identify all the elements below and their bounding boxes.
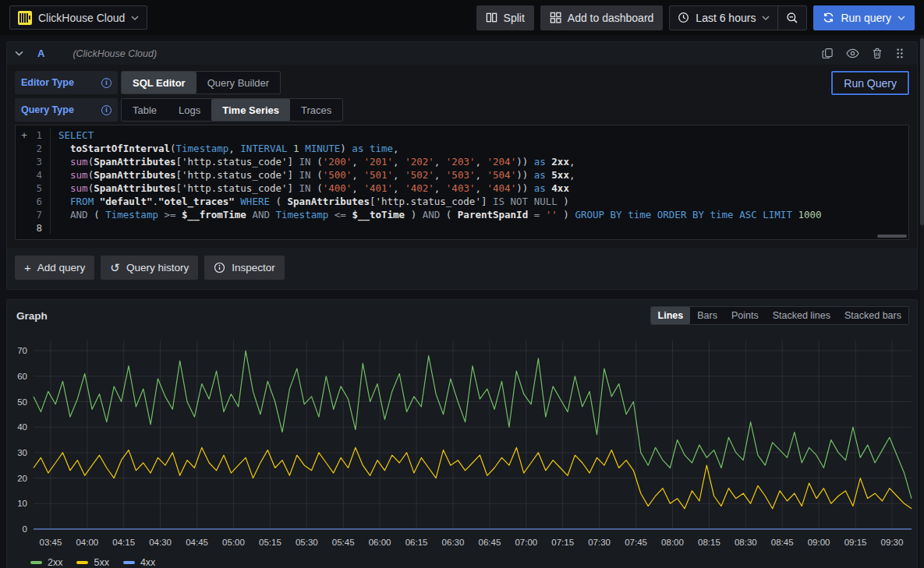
chevron-down-icon — [131, 16, 139, 20]
inspector-info-icon — [214, 262, 225, 273]
code-text: FROM "default"."otel_traces" WHERE ( Spa… — [50, 195, 569, 208]
svg-text:05:45: 05:45 — [332, 538, 355, 547]
glyph-margin — [16, 182, 33, 195]
chevron-down-icon — [897, 16, 905, 20]
datasource-picker[interactable]: ClickHouse Cloud — [9, 5, 147, 30]
editor-scrollbar[interactable] — [877, 235, 907, 238]
graph-style-option-points[interactable]: Points — [724, 307, 766, 324]
series-2xx — [34, 351, 912, 499]
svg-text:20: 20 — [17, 474, 27, 483]
query-type-option-table[interactable]: Table — [122, 99, 168, 121]
run-query-button[interactable]: Run query — [813, 5, 915, 30]
clickhouse-logo-icon — [18, 11, 32, 25]
hide-response-eye-icon[interactable] — [846, 48, 859, 58]
duplicate-query-icon[interactable] — [822, 48, 834, 59]
glyph-margin — [16, 155, 33, 168]
line-number: 7 — [33, 208, 50, 221]
query-history-button[interactable]: ↺ Query history — [101, 256, 198, 280]
query-type-option-traces[interactable]: Traces — [290, 99, 342, 121]
time-range-picker[interactable]: Last 6 hours — [670, 6, 777, 30]
svg-text:10: 10 — [17, 499, 27, 508]
svg-text:06:45: 06:45 — [479, 538, 501, 547]
line-number: 5 — [33, 182, 50, 195]
svg-text:05:15: 05:15 — [259, 538, 281, 547]
sql-line-4[interactable]: 4 sum(SpanAttributes['http.status_code']… — [16, 168, 908, 182]
svg-text:09:30: 09:30 — [881, 538, 904, 547]
add-query-button[interactable]: + Add query — [15, 256, 94, 280]
sql-line-7[interactable]: 7 AND ( Timestamp >= $__fromTime AND Tim… — [16, 208, 908, 221]
clock-icon — [678, 12, 689, 23]
legend-label: 2xx — [48, 557, 62, 568]
run-query-editor-button[interactable]: Run Query — [831, 71, 909, 95]
svg-text:08:45: 08:45 — [771, 538, 794, 547]
graph-style-option-lines[interactable]: Lines — [651, 307, 691, 324]
info-icon[interactable]: i — [101, 105, 112, 115]
zoom-out-icon — [786, 12, 798, 24]
legend-item-5xx[interactable]: 5xx — [76, 557, 108, 568]
editor-type-group: SQL EditorQuery Builder — [121, 71, 281, 94]
sql-line-1[interactable]: +1SELECT — [16, 129, 908, 142]
legend-label: 4xx — [140, 557, 155, 568]
query-type-option-logs[interactable]: Logs — [168, 99, 211, 121]
svg-text:04:15: 04:15 — [112, 538, 135, 547]
plus-icon: + — [24, 262, 31, 273]
query-ref-id: A — [37, 48, 44, 59]
code-text: SELECT — [50, 129, 94, 142]
svg-text:03:45: 03:45 — [40, 538, 62, 547]
editor-type-label: Editor Type i — [15, 71, 118, 94]
time-series-chart[interactable]: 01020304050607003:4504:0004:1504:3004:45… — [7, 330, 917, 557]
code-text: toStartOfInterval(Timestamp, INTERVAL 1 … — [50, 142, 399, 155]
query-datasource-hint: (ClickHouse Cloud) — [73, 48, 157, 59]
sql-line-6[interactable]: 6 FROM "default"."otel_traces" WHERE ( S… — [16, 195, 908, 208]
graph-style-group: LinesBarsPointsStacked linesStacked bars — [650, 306, 909, 325]
graph-panel: Graph LinesBarsPointsStacked linesStacke… — [6, 299, 918, 568]
time-controls: Last 6 hours — [669, 5, 807, 30]
chevron-down-icon — [762, 16, 770, 20]
topbar: ClickHouse Cloud Split Add to dashboard … — [0, 0, 924, 35]
remove-query-trash-icon[interactable] — [872, 48, 883, 59]
query-actions-bar: + Add query ↺ Query history Inspector — [7, 248, 917, 289]
query-type-option-time-series[interactable]: Time Series — [211, 99, 290, 121]
legend-label: 5xx — [94, 557, 108, 568]
code-text — [50, 221, 65, 235]
graph-style-option-bars[interactable]: Bars — [690, 307, 724, 324]
query-type-label: Query Type i — [15, 98, 118, 122]
query-row-header[interactable]: A (ClickHouse Cloud) — [7, 42, 917, 65]
legend-item-2xx[interactable]: 2xx — [30, 557, 62, 568]
sql-line-5[interactable]: 5 sum(SpanAttributes['http.status_code']… — [16, 182, 908, 195]
graph-panel-title: Graph — [16, 310, 48, 322]
legend-item-4xx[interactable]: 4xx — [123, 557, 155, 568]
svg-text:08:15: 08:15 — [698, 538, 720, 547]
line-number: 8 — [33, 221, 50, 235]
sql-line-2[interactable]: 2 toStartOfInterval(Timestamp, INTERVAL … — [16, 142, 908, 155]
drag-handle-icon[interactable] — [895, 48, 905, 59]
graph-style-option-stacked-lines[interactable]: Stacked lines — [766, 307, 837, 324]
zoom-out-button[interactable] — [777, 6, 806, 30]
sql-line-3[interactable]: 3 sum(SpanAttributes['http.status_code']… — [16, 155, 908, 168]
page-scrollbar[interactable] — [920, 35, 924, 568]
refresh-icon — [823, 12, 834, 23]
editor-type-option-sql-editor[interactable]: SQL Editor — [122, 72, 196, 93]
inspector-button[interactable]: Inspector — [204, 256, 285, 280]
line-number: 2 — [33, 142, 50, 155]
svg-text:07:45: 07:45 — [625, 538, 647, 547]
svg-text:04:45: 04:45 — [186, 538, 208, 547]
svg-text:05:30: 05:30 — [296, 538, 318, 547]
legend-swatch-4xx — [123, 561, 135, 564]
svg-text:07:30: 07:30 — [588, 538, 611, 547]
graph-style-option-stacked-bars[interactable]: Stacked bars — [837, 307, 908, 324]
sql-code-editor[interactable]: +1SELECT2 toStartOfInterval(Timestamp, I… — [15, 125, 909, 240]
code-text: sum(SpanAttributes['http.status_code'] I… — [50, 155, 575, 168]
svg-text:08:30: 08:30 — [735, 538, 757, 547]
line-number: 6 — [33, 195, 50, 208]
info-icon[interactable]: i — [101, 78, 112, 88]
collapse-chevron-icon[interactable] — [15, 51, 23, 56]
editor-type-option-query-builder[interactable]: Query Builder — [196, 72, 280, 93]
add-to-dashboard-button[interactable]: Add to dashboard — [540, 5, 664, 30]
datasource-name: ClickHouse Cloud — [38, 12, 125, 24]
add-line-icon[interactable]: + — [16, 129, 33, 142]
split-button[interactable]: Split — [476, 5, 534, 30]
sql-line-8[interactable]: 8 — [16, 221, 908, 235]
svg-text:07:00: 07:00 — [515, 538, 537, 547]
history-icon: ↺ — [110, 262, 120, 273]
